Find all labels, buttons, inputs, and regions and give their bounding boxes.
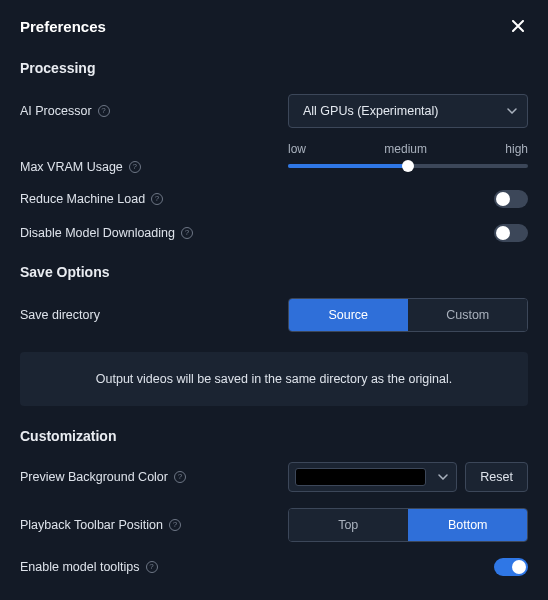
slider-mark-low: low — [288, 142, 306, 156]
toolbar-pos-top[interactable]: Top — [289, 509, 408, 541]
slider-thumb[interactable] — [402, 160, 414, 172]
max-vram-label: Max VRAM Usage — [20, 160, 123, 174]
bg-color-label: Preview Background Color — [20, 470, 168, 484]
toolbar-pos-label: Playback Toolbar Position — [20, 518, 163, 532]
bg-color-row: Preview Background Color ? Reset — [20, 454, 528, 500]
reduce-load-row: Reduce Machine Load ? — [20, 182, 528, 216]
section-processing: Processing — [20, 46, 528, 86]
tooltips-row: Enable model tooltips ? — [20, 550, 528, 584]
ai-processor-label: AI Processor — [20, 104, 92, 118]
disable-download-switch[interactable] — [494, 224, 528, 242]
bg-color-select[interactable] — [288, 462, 457, 492]
ai-processor-value: All GPUs (Experimental) — [303, 104, 438, 118]
close-button[interactable] — [508, 16, 528, 36]
save-dir-label: Save directory — [20, 308, 100, 322]
page-title: Preferences — [20, 18, 106, 35]
max-vram-slider[interactable]: low medium high — [288, 142, 528, 168]
tooltips-switch[interactable] — [494, 558, 528, 576]
help-icon[interactable]: ? — [169, 519, 181, 531]
max-vram-row: Max VRAM Usage ? low medium high — [20, 136, 528, 182]
bg-color-reset[interactable]: Reset — [465, 462, 528, 492]
slider-fill — [288, 164, 408, 168]
toolbar-pos-bottom[interactable]: Bottom — [408, 509, 528, 541]
chevron-down-icon — [438, 474, 448, 480]
section-customization: Customization — [20, 414, 528, 454]
close-icon — [512, 20, 524, 32]
toolbar-pos-row: Playback Toolbar Position ? Top Bottom — [20, 500, 528, 550]
slider-mark-high: high — [505, 142, 528, 156]
help-icon[interactable]: ? — [146, 561, 158, 573]
help-icon[interactable]: ? — [129, 161, 141, 173]
reduce-load-label: Reduce Machine Load — [20, 192, 145, 206]
disable-download-label: Disable Model Downloading — [20, 226, 175, 240]
reduce-load-switch[interactable] — [494, 190, 528, 208]
help-icon[interactable]: ? — [98, 105, 110, 117]
ai-processor-row: AI Processor ? All GPUs (Experimental) — [20, 86, 528, 136]
save-dir-custom[interactable]: Custom — [408, 299, 528, 331]
tooltips-label: Enable model tooltips — [20, 560, 140, 574]
save-dir-segmented[interactable]: Source Custom — [288, 298, 528, 332]
save-dir-row: Save directory Source Custom — [20, 290, 528, 340]
help-icon[interactable]: ? — [174, 471, 186, 483]
save-dir-source[interactable]: Source — [289, 299, 408, 331]
slider-mark-medium: medium — [384, 142, 427, 156]
chevron-down-icon — [507, 108, 517, 114]
help-icon[interactable]: ? — [181, 227, 193, 239]
header: Preferences — [0, 0, 548, 46]
color-swatch — [295, 468, 426, 486]
toolbar-pos-segmented[interactable]: Top Bottom — [288, 508, 528, 542]
ai-processor-select[interactable]: All GPUs (Experimental) — [288, 94, 528, 128]
disable-download-row: Disable Model Downloading ? — [20, 216, 528, 250]
section-save: Save Options — [20, 250, 528, 290]
help-icon[interactable]: ? — [151, 193, 163, 205]
slider-track[interactable] — [288, 164, 528, 168]
save-info-panel: Output videos will be saved in the same … — [20, 352, 528, 406]
